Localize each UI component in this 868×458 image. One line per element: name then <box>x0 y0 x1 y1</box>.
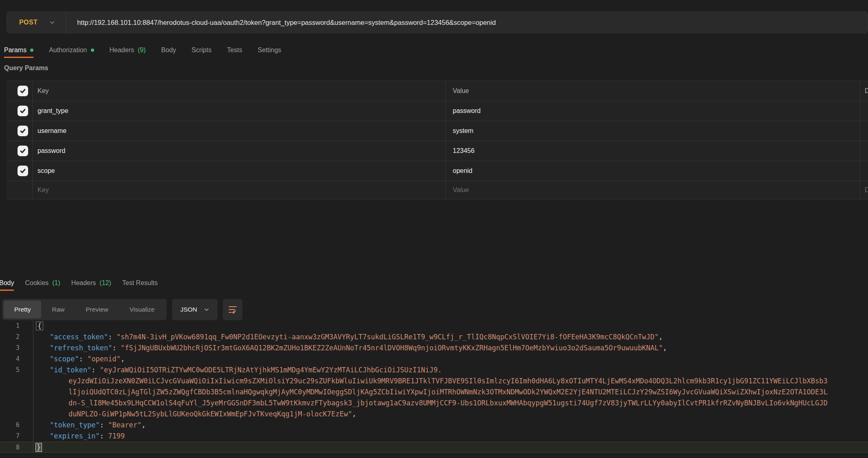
wrap-lines-button[interactable] <box>223 299 242 320</box>
json-string: "sh7m4N-3ivH_pVKow6891qq_Fw0NP2d1EOevzyt… <box>117 333 659 341</box>
line-number: 1 <box>0 321 33 332</box>
tab-body[interactable]: Body <box>161 42 176 58</box>
code-line: 7 "expires_in": 7199 <box>0 431 868 442</box>
tab-label: Headers <box>71 279 96 287</box>
json-string: duNPLZO-GiWP1pNw5tL2SybLlGUKeoQkGkEWIxWm… <box>68 410 352 418</box>
checkbox-cell <box>7 121 32 141</box>
line-number: 2 <box>0 332 33 343</box>
code-line-content: } <box>33 442 868 452</box>
code-line-content: duNPLZO-GiWP1pNw5tL2SybLlGUKeoQkGkEWIxWm… <box>33 409 868 420</box>
cookies-count-badge: (1) <box>52 279 60 287</box>
row-checkbox[interactable] <box>18 126 28 136</box>
code-line-content: "refresh_token": "fSjJNgUBUxbWU2bhcRjOSI… <box>33 343 868 354</box>
code-line-content: eyJzdWIiOiJzeXN0ZW0iLCJvcGVuaWQiOiIxIiwi… <box>33 376 868 387</box>
param-key-cell[interactable]: scope <box>32 161 445 181</box>
code-line-wrap: duNPLZO-GiWP1pNw5tL2SybLlGUKeoQkGkEWIxWm… <box>0 409 868 420</box>
code-line: 3 "refresh_token": "fSjJNgUBUxbWU2bhcRjO… <box>0 343 868 354</box>
mode-raw[interactable]: Raw <box>41 301 75 319</box>
response-body-viewer[interactable]: 1 { 2 "access_token": "sh7m4N-3ivH_pVKow… <box>0 321 868 453</box>
tab-label: Tests <box>227 46 242 54</box>
select-all-checkbox[interactable] <box>18 86 28 96</box>
json-string: "openid" <box>87 355 121 363</box>
json-key: "token_type" <box>50 421 100 429</box>
param-value-cell[interactable]: 123456 <box>445 141 860 161</box>
params-table: Key Value Description grant_type passwor… <box>7 81 868 199</box>
request-tabs: Params Authorization Headers (9) Body Sc… <box>4 42 281 58</box>
line-number <box>0 387 33 398</box>
url-input[interactable]: http://192.168.101.10:8847/herodotus-clo… <box>77 19 496 27</box>
param-description-placeholder[interactable]: Description <box>860 181 868 199</box>
tab-label: Headers <box>110 46 134 54</box>
format-dropdown[interactable]: JSON <box>172 299 217 320</box>
json-key: "expires_in" <box>50 432 100 440</box>
code-line-active: 8 } <box>0 442 868 453</box>
tab-label: Scripts <box>192 46 211 54</box>
param-description-cell[interactable] <box>860 121 868 141</box>
check-icon <box>20 168 26 174</box>
code-line-content: dn-S_lI8Me45bx9LHqCCW1olS4qFuYl_J5yeMrGG… <box>33 398 868 409</box>
key-column-header: Key <box>32 81 445 101</box>
code-line-content: "token_type": "Bearer", <box>33 420 868 431</box>
line-number: 5 <box>0 365 33 376</box>
response-tab-test-results[interactable]: Test Results <box>122 275 158 291</box>
json-key: "id_token" <box>50 366 91 374</box>
param-value-placeholder[interactable]: Value <box>445 181 860 199</box>
code-line: 4 "scope": "openid", <box>0 354 868 365</box>
json-string: "fSjJNgUBUxbWU2bhcRjOSIr3mtGoX6AQ12BK2mZ… <box>121 344 663 352</box>
param-row-grant-type: grant_type password <box>7 101 868 121</box>
response-tab-cookies[interactable]: Cookies (1) <box>25 275 60 291</box>
param-key-cell[interactable]: username <box>32 121 445 141</box>
param-row-new: Key Value Description <box>7 181 868 199</box>
row-checkbox[interactable] <box>18 146 28 156</box>
method-label: POST <box>7 19 49 26</box>
params-header-row: Key Value Description <box>7 81 868 101</box>
json-string: eyJzdWIiOiJzeXN0ZW0iLCJvcGVuaWQiOiIxIiwi… <box>68 377 828 385</box>
response-tab-headers[interactable]: Headers (12) <box>71 275 111 291</box>
line-number <box>0 376 33 387</box>
select-all-cell <box>7 81 32 101</box>
param-description-cell[interactable] <box>860 161 868 181</box>
method-selector[interactable]: POST <box>7 12 66 33</box>
code-line-content: "expires_in": 7199 <box>33 431 868 442</box>
param-key-cell[interactable]: password <box>32 141 445 161</box>
check-icon <box>20 108 26 114</box>
line-number: 8 <box>0 442 33 452</box>
param-description-cell[interactable] <box>860 141 868 161</box>
line-number: 3 <box>0 343 33 354</box>
tab-scripts[interactable]: Scripts <box>192 42 211 58</box>
code-line-content: "id_token": "eyJraWQiOiI5OTRiZTYwMC0wODE… <box>33 365 868 376</box>
param-key-cell[interactable]: grant_type <box>32 101 445 121</box>
param-value-cell[interactable]: system <box>445 121 860 141</box>
param-value-cell[interactable]: password <box>445 101 860 121</box>
mode-visualize[interactable]: Visualize <box>119 301 165 319</box>
headers-count-badge: (9) <box>138 46 146 54</box>
mode-pretty[interactable]: Pretty <box>4 301 41 319</box>
param-row-username: username system <box>7 121 868 141</box>
open-brace: { <box>36 321 43 330</box>
tab-settings[interactable]: Settings <box>258 42 281 58</box>
checkbox-cell <box>7 101 32 121</box>
code-line-content: "scope": "openid", <box>33 354 868 365</box>
api-client-window: POST http://192.168.101.10:8847/herodotu… <box>0 0 868 458</box>
checkbox-cell <box>7 181 32 199</box>
tab-authorization[interactable]: Authorization <box>49 42 94 58</box>
param-key-placeholder[interactable]: Key <box>32 181 445 199</box>
param-description-cell[interactable] <box>860 101 868 121</box>
checkbox-cell <box>7 141 32 161</box>
mode-preview[interactable]: Preview <box>75 301 119 319</box>
json-key: "access_token" <box>50 333 108 341</box>
tab-headers[interactable]: Headers (9) <box>110 42 146 58</box>
text-cursor: } <box>36 443 42 451</box>
tab-label: Authorization <box>49 46 87 54</box>
tab-label: Test Results <box>122 279 158 287</box>
response-tabs: Body Cookies (1) Headers (12) Test Resul… <box>0 275 158 291</box>
tab-tests[interactable]: Tests <box>227 42 242 58</box>
description-column-header: Description <box>860 81 868 101</box>
json-key: "scope" <box>50 355 79 363</box>
tab-params[interactable]: Params <box>4 42 33 58</box>
row-checkbox[interactable] <box>18 166 28 176</box>
row-checkbox[interactable] <box>18 106 28 116</box>
code-line: 1 { <box>0 321 868 332</box>
param-value-cell[interactable]: openid <box>445 161 860 181</box>
response-tab-body[interactable]: Body <box>0 275 14 291</box>
